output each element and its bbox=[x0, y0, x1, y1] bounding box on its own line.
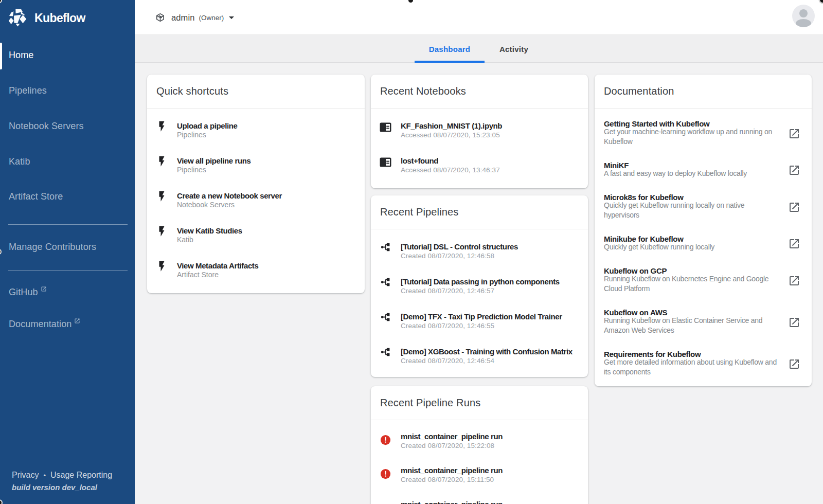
card-header: Recent Notebooks bbox=[371, 75, 588, 109]
doc-item-description: Running Kubeflow on Kubernetes Engine an… bbox=[604, 274, 782, 294]
flash-icon bbox=[155, 226, 168, 238]
item-title: KF_Fashion_MNIST (1).ipynb bbox=[401, 121, 502, 130]
card-title: Recent Notebooks bbox=[380, 85, 466, 97]
shortcut-view-metadata-artifacts[interactable]: View Metadata Artifacts Artifact Store bbox=[155, 261, 355, 280]
item-subtitle: Pipelines bbox=[177, 130, 237, 140]
shortcut-view-pipeline-runs[interactable]: View all pipeline runs Pipelines bbox=[155, 156, 355, 175]
flash-icon bbox=[155, 121, 168, 133]
card-list: Upload a pipeline Pipelines View all pip… bbox=[147, 109, 365, 293]
doc-item-text: Microk8s for Kubeflow Quickly get Kubefl… bbox=[604, 194, 782, 220]
column-left: Quick shortcuts Upload a pipeline Pipeli… bbox=[147, 63, 365, 293]
pipeline-run-item[interactable]: mnist_container_pipeline run bbox=[379, 500, 579, 504]
documentation-card: Documentation Getting Started with Kubef… bbox=[595, 75, 812, 386]
doc-item-description: Quickly get Kubeflow running locally on … bbox=[604, 201, 782, 220]
sidebar-item-katib[interactable]: Katib bbox=[0, 149, 135, 174]
card-title: Quick shortcuts bbox=[156, 85, 228, 97]
item-title: View Katib Studies bbox=[177, 226, 242, 235]
doc-item-text: MiniKF A fast and easy way to deploy Kub… bbox=[604, 162, 782, 178]
item-subtitle: Pipelines bbox=[177, 165, 251, 175]
item-text: mnist_container_pipeline run Created 08/… bbox=[401, 466, 503, 484]
doc-item-description: Get your machine-learning workflow up an… bbox=[604, 127, 782, 147]
notebook-item[interactable]: KF_Fashion_MNIST (1).ipynb Accessed 08/0… bbox=[379, 121, 579, 140]
card-list: KF_Fashion_MNIST (1).ipynb Accessed 08/0… bbox=[371, 109, 588, 188]
doc-item-text: Kubeflow on AWS Running Kubeflow on Elas… bbox=[604, 309, 782, 335]
usage-reporting-link[interactable]: Usage Reporting bbox=[50, 471, 112, 480]
notebook-item[interactable]: lost+found Accessed 08/07/2020, 13:46:37 bbox=[379, 156, 579, 175]
doc-item-text: Requirements for Kubeflow Get more detai… bbox=[604, 351, 782, 377]
doc-item-text: Kubeflow on GCP Running Kubeflow on Kube… bbox=[604, 267, 782, 294]
doc-link-microk8s[interactable]: Microk8s for Kubeflow Quickly get Kubefl… bbox=[604, 194, 800, 220]
flash-icon bbox=[155, 261, 168, 273]
item-timestamp: Created 08/07/2020, 12:46:54 bbox=[401, 356, 572, 366]
item-text: Upload a pipeline Pipelines bbox=[177, 121, 237, 140]
sidebar-item-pipelines[interactable]: Pipelines bbox=[0, 78, 135, 103]
open-in-new-icon bbox=[788, 275, 800, 287]
card-title: Recent Pipeline Runs bbox=[380, 397, 480, 409]
item-title: lost+found bbox=[401, 156, 500, 165]
namespace-selector[interactable]: admin (Owner) bbox=[156, 0, 234, 35]
kubeflow-wordmark: Kubeflow bbox=[34, 11, 85, 25]
item-title: mnist_container_pipeline run bbox=[401, 466, 503, 475]
sidebar-item-home[interactable]: Home bbox=[0, 43, 135, 67]
item-text: [Tutorial] DSL - Control structures Crea… bbox=[401, 242, 518, 261]
user-avatar[interactable] bbox=[792, 5, 815, 27]
tab-dashboard[interactable]: Dashboard bbox=[415, 35, 485, 63]
item-text: [Demo] TFX - Taxi Tip Prediction Model T… bbox=[401, 312, 562, 331]
pipeline-item[interactable]: [Tutorial] DSL - Control structures Crea… bbox=[379, 242, 579, 261]
main-area: admin (Owner) Dashboard Activity Quick s… bbox=[135, 0, 823, 504]
sidebar-item-artifact-store[interactable]: Artifact Store bbox=[0, 184, 135, 209]
doc-link-requirements[interactable]: Requirements for Kubeflow Get more detai… bbox=[604, 351, 800, 377]
pipeline-item[interactable]: [Tutorial] Data passing in python compon… bbox=[379, 277, 579, 296]
sidebar-item-notebook-servers[interactable]: Notebook Servers bbox=[0, 114, 135, 138]
notebook-icon bbox=[379, 157, 391, 170]
privacy-link[interactable]: Privacy bbox=[12, 471, 39, 480]
pipeline-item[interactable]: [Demo] TFX - Taxi Tip Prediction Model T… bbox=[379, 312, 579, 331]
doc-link-aws[interactable]: Kubeflow on AWS Running Kubeflow on Elas… bbox=[604, 309, 800, 335]
pipeline-run-item[interactable]: mnist_container_pipeline run Created 08/… bbox=[379, 466, 579, 484]
doc-item-text: Getting Started with Kubeflow Get your m… bbox=[604, 120, 782, 147]
tab-activity[interactable]: Activity bbox=[485, 35, 543, 63]
doc-link-gcp[interactable]: Kubeflow on GCP Running Kubeflow on Kube… bbox=[604, 267, 800, 294]
sidebar-item-manage-contributors[interactable]: Manage Contributors bbox=[0, 235, 135, 259]
item-text: [Demo] XGBoost - Training with Confusion… bbox=[401, 347, 572, 366]
doc-item-title: Microk8s for Kubeflow bbox=[604, 194, 782, 201]
doc-link-getting-started[interactable]: Getting Started with Kubeflow Get your m… bbox=[604, 120, 800, 147]
recent-notebooks-card: Recent Notebooks KF_Fashion_MNIST (1).ip… bbox=[371, 75, 588, 188]
shortcut-create-notebook-server[interactable]: Create a new Notebook server Notebook Se… bbox=[155, 191, 355, 210]
item-text: View Metadata Artifacts Artifact Store bbox=[177, 261, 258, 280]
open-in-new-icon bbox=[788, 164, 800, 176]
namespace-name: admin bbox=[171, 13, 194, 23]
quick-shortcuts-card: Quick shortcuts Upload a pipeline Pipeli… bbox=[147, 75, 365, 293]
sidebar-footer: Privacy • Usage Reporting build version … bbox=[12, 471, 112, 492]
item-title: Upload a pipeline bbox=[177, 121, 237, 130]
pipeline-item[interactable]: [Demo] XGBoost - Training with Confusion… bbox=[379, 347, 579, 366]
sidebar-item-github[interactable]: GitHub bbox=[0, 280, 135, 304]
card-list: [Tutorial] DSL - Control structures Crea… bbox=[371, 229, 588, 377]
card-title: Recent Pipelines bbox=[380, 206, 459, 218]
doc-item-description: Get more detailed information about usin… bbox=[604, 357, 782, 377]
dashboard-content: Quick shortcuts Upload a pipeline Pipeli… bbox=[135, 63, 823, 504]
shortcut-upload-pipeline[interactable]: Upload a pipeline Pipelines bbox=[155, 121, 355, 140]
item-timestamp: Created 08/07/2020, 12:46:58 bbox=[401, 251, 518, 261]
namespace-cube-icon bbox=[156, 13, 165, 22]
error-icon bbox=[379, 435, 391, 447]
item-title: View Metadata Artifacts bbox=[177, 261, 258, 270]
namespace-role: (Owner) bbox=[199, 14, 224, 22]
card-header: Documentation bbox=[595, 75, 812, 109]
kubeflow-logo[interactable]: Kubeflow bbox=[7, 7, 85, 29]
open-in-new-icon bbox=[788, 238, 800, 250]
doc-item-title: Requirements for Kubeflow bbox=[604, 351, 782, 357]
item-timestamp: Accessed 08/07/2020, 13:46:37 bbox=[401, 165, 500, 175]
notebook-icon bbox=[379, 122, 391, 135]
doc-link-minikube[interactable]: Minikube for Kubeflow Quickly get Kubefl… bbox=[604, 236, 800, 252]
doc-item-title: Minikube for Kubeflow bbox=[604, 236, 782, 242]
doc-item-description: Running Kubeflow on Elastic Container Se… bbox=[604, 316, 782, 335]
doc-link-minikf[interactable]: MiniKF A fast and easy way to deploy Kub… bbox=[604, 162, 800, 178]
top-bar: admin (Owner) bbox=[135, 0, 823, 35]
sidebar: Kubeflow Home Pipelines Notebook Servers… bbox=[0, 0, 135, 504]
pipeline-run-item[interactable]: mnist_container_pipeline run Created 08/… bbox=[379, 432, 579, 451]
error-icon bbox=[379, 469, 391, 481]
sidebar-item-documentation[interactable]: Documentation bbox=[0, 312, 135, 336]
build-version: build version dev_local bbox=[12, 483, 112, 492]
shortcut-view-katib-studies[interactable]: View Katib Studies Katib bbox=[155, 226, 355, 245]
